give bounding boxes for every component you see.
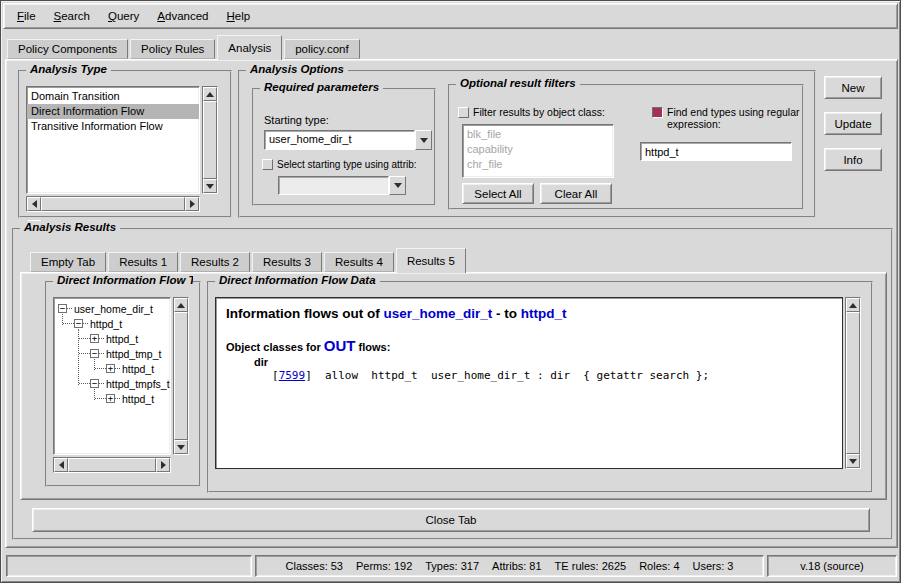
tab-results-3[interactable]: Results 3: [252, 252, 322, 272]
tree-node-user-home-dir-t[interactable]: −user_home_dir_t: [54, 301, 170, 316]
scroll-down-button[interactable]: [174, 440, 188, 454]
menu-query[interactable]: Query: [99, 6, 148, 26]
tree-node-label[interactable]: httpd_t: [120, 393, 154, 405]
scroll-right-button[interactable]: [156, 458, 170, 472]
scroll-up-button[interactable]: [203, 87, 217, 101]
tree-node-httpd-tmp-t[interactable]: −httpd_tmp_t: [54, 346, 170, 361]
tab-policy-conf[interactable]: policy.conf: [284, 39, 359, 59]
status-stats-panel: Classes: 53 Perms: 192 Types: 317 Attrib…: [255, 555, 764, 577]
clear-all-button[interactable]: Clear All: [540, 183, 612, 204]
scroll-up-button[interactable]: [846, 298, 860, 312]
attrib-combobox-value: [278, 176, 389, 195]
required-parameters-frame: Required parameters Starting type: user_…: [252, 88, 436, 206]
scroll-thumb[interactable]: [174, 312, 188, 440]
filter-objclass-checkbox[interactable]: [458, 107, 469, 118]
info-button[interactable]: Info: [824, 148, 882, 171]
attrib-checkbox-label[interactable]: Select starting type using attrib:: [273, 158, 417, 171]
rule-bracket: [: [272, 369, 279, 382]
tree-toggle[interactable]: −: [90, 349, 99, 358]
stat-attribs: Attribs: 81: [492, 560, 542, 572]
tree-node-label[interactable]: httpd_tmp_t: [104, 348, 161, 360]
analysis-type-item-direct-information-flow[interactable]: Direct Information Flow: [27, 104, 199, 119]
filter-objclass-checkbox-label[interactable]: Filter results by object class:: [469, 106, 605, 119]
arrow-left-icon: [59, 461, 64, 469]
tab-empty-tab[interactable]: Empty Tab: [30, 252, 106, 272]
tab-policy-rules[interactable]: Policy Rules: [130, 39, 215, 59]
tree-node-httpd-t[interactable]: +httpd_t: [54, 391, 170, 406]
tree-toggle[interactable]: +: [90, 334, 99, 343]
filter-objclass-checkbox-row: Filter results by object class:: [458, 106, 605, 119]
scroll-down-button[interactable]: [203, 179, 217, 193]
tree-toggle[interactable]: −: [58, 304, 67, 313]
tree-node-label[interactable]: httpd_t: [120, 363, 154, 375]
arrow-up-icon: [206, 92, 214, 97]
tree-toggle[interactable]: −: [90, 379, 99, 388]
scroll-thumb[interactable]: [203, 101, 217, 179]
tree-node-httpd-t[interactable]: +httpd_t: [54, 361, 170, 376]
regex-label-line1: Find end types using regular: [667, 106, 800, 118]
scroll-left-button[interactable]: [54, 458, 68, 472]
analysis-type-vscrollbar[interactable]: [202, 86, 218, 194]
flow-tree: −user_home_dir_t −httpd_t +httpd_t −http…: [53, 297, 171, 455]
rule-number-link[interactable]: 7599: [279, 369, 306, 382]
menu-file-label: F: [17, 10, 24, 22]
tree-node-label[interactable]: user_home_dir_t: [72, 303, 153, 315]
analysis-results-frame: Analysis Results Empty Tab Results 1 Res…: [12, 228, 893, 540]
analysis-type-item-transitive-information-flow[interactable]: Transitive Information Flow: [27, 119, 199, 134]
tab-policy-components[interactable]: Policy Components: [7, 39, 128, 59]
scroll-left-button[interactable]: [27, 197, 41, 211]
analysis-type-hscrollbar[interactable]: [26, 196, 200, 212]
starting-type-value[interactable]: user_home_dir_t: [264, 130, 415, 150]
flow-tree-vscrollbar[interactable]: [173, 297, 189, 455]
tab-label: Empty Tab: [41, 256, 95, 268]
scroll-thumb[interactable]: [41, 197, 185, 211]
attrib-checkbox[interactable]: [262, 159, 273, 170]
tree-node-label[interactable]: httpd_t: [88, 318, 122, 330]
scroll-down-button[interactable]: [846, 454, 860, 468]
tree-toggle[interactable]: +: [106, 394, 115, 403]
heading-prefix: Information flows out of: [226, 306, 383, 321]
select-all-button[interactable]: Select All: [462, 183, 534, 204]
rule-bracket: ]: [305, 369, 312, 382]
tab-label: Policy Components: [18, 43, 117, 55]
new-button[interactable]: New: [824, 76, 882, 99]
starting-type-dropdown-button[interactable]: [415, 130, 432, 150]
menu-advanced-label-rest: dvanced: [165, 10, 208, 22]
menu-file[interactable]: File: [8, 6, 45, 26]
flow-tree-hscrollbar[interactable]: [53, 457, 171, 473]
tab-results-1[interactable]: Results 1: [108, 252, 178, 272]
analysis-results-title: Analysis Results: [20, 221, 120, 233]
close-tab-button[interactable]: Close Tab: [32, 508, 870, 532]
regex-checkbox[interactable]: [652, 107, 663, 118]
regex-input[interactable]: [640, 142, 792, 161]
tab-results-4[interactable]: Results 4: [324, 252, 394, 272]
scroll-up-button[interactable]: [174, 298, 188, 312]
menu-help[interactable]: Help: [217, 6, 259, 26]
tree-node-label[interactable]: httpd_t: [104, 333, 138, 345]
menu-advanced[interactable]: Advanced: [148, 6, 217, 26]
analysis-type-item-domain-transition[interactable]: Domain Transition: [27, 89, 199, 104]
tree-node-label[interactable]: httpd_tmpfs_t: [104, 378, 170, 390]
update-button[interactable]: Update: [824, 112, 882, 135]
classes-prefix: Object classes for: [226, 341, 324, 353]
analysis-type-frame: Analysis Type Domain Transition Direct I…: [18, 70, 232, 218]
tab-analysis[interactable]: Analysis: [217, 35, 282, 60]
scroll-right-button[interactable]: [185, 197, 199, 211]
tree-dash: [95, 368, 106, 369]
scroll-thumb[interactable]: [846, 312, 860, 454]
source-type: user_home_dir_t: [383, 306, 492, 321]
tree-node-httpd-t[interactable]: +httpd_t: [54, 331, 170, 346]
tab-results-5[interactable]: Results 5: [396, 248, 466, 273]
regex-checkbox-label[interactable]: Find end types using regular expression:: [663, 106, 800, 130]
tree-toggle[interactable]: +: [106, 364, 115, 373]
results-page: Direct Information Flow T −user_home_dir…: [20, 272, 887, 500]
tab-results-2[interactable]: Results 2: [180, 252, 250, 272]
menu-file-label-rest: ile: [24, 10, 36, 22]
tree-node-httpd-t[interactable]: −httpd_t: [54, 316, 170, 331]
tree-toggle[interactable]: −: [74, 319, 83, 328]
tree-node-httpd-tmpfs-t[interactable]: −httpd_tmpfs_t: [54, 376, 170, 391]
scroll-thumb[interactable]: [68, 458, 156, 472]
menu-search[interactable]: Search: [45, 6, 99, 26]
tree-connector: [62, 314, 63, 325]
flow-data-vscrollbar[interactable]: [845, 297, 861, 469]
